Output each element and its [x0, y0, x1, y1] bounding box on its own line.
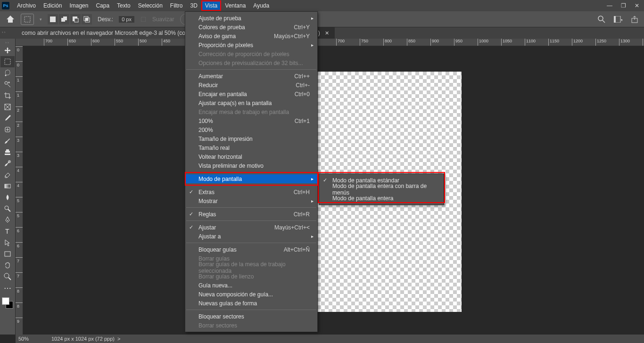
tool-preset-dropdown[interactable] [21, 14, 34, 25]
menu-item: Corrección de proporción de píxeles [185, 49, 317, 58]
eraser-tool[interactable] [0, 169, 15, 180]
zoom-level[interactable]: 50% [18, 336, 51, 342]
minimize-button[interactable]: — [607, 2, 612, 9]
menu-item[interactable]: AjustarMayús+Ctrl+< [185, 223, 317, 232]
status-menu-icon[interactable]: > [117, 336, 120, 342]
menu-item[interactable]: Ajustar a [185, 232, 317, 241]
svg-rect-26 [5, 184, 10, 188]
tab-close-icon[interactable]: ✕ [325, 30, 329, 36]
vertical-ruler: 0011223344556677889 [16, 46, 23, 335]
menu-item[interactable]: Proporción de píxeles [185, 41, 317, 49]
menu-item: Borrar guías de la mesa de trabajo selec… [185, 263, 317, 272]
menu-item[interactable]: Tamaño de impresión [185, 134, 317, 143]
menu-item: Encajar mesa de trabajo en pantalla [185, 107, 317, 116]
clone-stamp-tool[interactable] [0, 147, 15, 158]
quick-selection-tool[interactable] [0, 79, 15, 90]
menu-item[interactable]: Ajustar capa(s) en la pantalla [185, 98, 317, 107]
menu-ventana[interactable]: Ventana [221, 0, 249, 11]
menu-item[interactable]: Mostrar [185, 196, 317, 205]
svg-line-28 [8, 209, 10, 212]
history-brush-tool[interactable] [0, 158, 15, 169]
menu-capa[interactable]: Capa [92, 0, 113, 11]
shape-tool[interactable] [0, 248, 15, 260]
search-icon[interactable] [598, 16, 605, 23]
menu-item[interactable]: AumentarCtrl++ [185, 72, 317, 81]
svg-point-17 [5, 75, 7, 76]
menu-item[interactable]: ReglasCtrl+R [185, 210, 317, 219]
close-window-button[interactable]: ✕ [635, 2, 639, 9]
menu-item[interactable]: Colores de pruebaCtrl+Y [185, 23, 317, 32]
toolbox-handle[interactable]: ›› [0, 41, 15, 45]
hand-tool[interactable] [0, 260, 15, 271]
menu-selección[interactable]: Selección [134, 0, 166, 11]
dodge-tool[interactable] [0, 203, 15, 214]
frame-tool[interactable] [0, 101, 15, 113]
menu-archivo[interactable]: Archivo [13, 0, 40, 11]
eyedropper-tool[interactable] [0, 113, 15, 124]
menu-item[interactable]: Guía nueva... [185, 281, 317, 290]
menu-filtro[interactable]: Filtro [166, 0, 187, 11]
lasso-tool[interactable] [0, 67, 15, 79]
blur-tool[interactable] [0, 192, 15, 203]
menu-texto[interactable]: Texto [113, 0, 134, 11]
color-swatches[interactable] [1, 296, 14, 310]
marquee-tool[interactable] [0, 56, 15, 67]
menu-item: Borrar guías de lienzo [185, 272, 317, 281]
move-tool[interactable] [0, 45, 15, 56]
maximize-button[interactable]: ❐ [621, 2, 626, 9]
menu-item[interactable]: Aviso de gamaMayús+Ctrl+Y [185, 32, 317, 41]
gradient-tool[interactable] [0, 180, 15, 192]
type-tool[interactable]: T [0, 226, 15, 237]
path-selection-tool[interactable] [0, 237, 15, 248]
menu-item[interactable]: Nuevas guías de forma [185, 299, 317, 308]
crop-tool[interactable] [0, 90, 15, 101]
menu-vista[interactable]: Vista [201, 0, 221, 11]
menu-item: Opciones de previsualización de 32 bits.… [185, 58, 317, 67]
menu-item[interactable]: Ajuste de prueba [185, 14, 317, 23]
home-icon[interactable] [6, 15, 15, 24]
brush-tool[interactable] [0, 135, 15, 147]
selection-intersect-icon[interactable] [82, 14, 92, 24]
svg-rect-13 [614, 16, 616, 23]
pen-tool[interactable] [0, 214, 15, 226]
selection-new-icon[interactable] [48, 14, 58, 24]
menu-item[interactable]: Voltear horizontal [185, 152, 317, 161]
edit-toolbar-button[interactable]: ⋯ [0, 282, 15, 294]
submenu-item[interactable]: Modo de pantalla entera con barra de men… [319, 185, 444, 194]
menu-item[interactable]: 100%Ctrl+1 [185, 116, 317, 125]
svg-line-33 [8, 278, 11, 280]
menu-ayuda[interactable]: Ayuda [249, 0, 273, 11]
zoom-tool[interactable] [0, 271, 15, 282]
svg-text:T: T [5, 228, 9, 235]
svg-rect-16 [5, 59, 10, 65]
svg-point-10 [598, 16, 603, 21]
menu-item[interactable]: ExtrasCtrl+H [185, 188, 317, 196]
svg-rect-5 [74, 18, 78, 22]
feather-input[interactable]: 0 px [119, 16, 134, 23]
menu-edición[interactable]: Edición [40, 0, 66, 11]
share-icon[interactable] [631, 16, 638, 23]
menu-item[interactable]: 200% [185, 125, 317, 134]
svg-point-27 [5, 206, 8, 210]
menu-item[interactable]: ReducirCtrl+- [185, 81, 317, 90]
selection-add-icon[interactable] [59, 14, 69, 24]
document-tab[interactable]: como abrir archivos en el navegador Micr… [16, 27, 191, 39]
menu-item[interactable]: Tamaño real [185, 143, 317, 152]
menu-item[interactable]: Bloquear guíasAlt+Ctrl+Ñ [185, 245, 317, 254]
view-menu-dropdown: Ajuste de pruebaColores de pruebaCtrl+YA… [185, 11, 318, 332]
menu-imagen[interactable]: Imagen [66, 0, 92, 11]
healing-brush-tool[interactable] [0, 124, 15, 135]
document-info[interactable]: 1024 px x 1024 px (72 ppp) [51, 336, 115, 342]
menu-item[interactable]: Nueva composición de guía... [185, 290, 317, 299]
menu-3d[interactable]: 3D [186, 0, 201, 11]
svg-text:▾: ▾ [621, 18, 622, 22]
menu-item[interactable]: Encajar en pantallaCtrl+0 [185, 90, 317, 98]
selection-subtract-icon[interactable] [70, 14, 81, 24]
menu-item[interactable]: Bloquear sectores [185, 312, 317, 321]
workspace-switcher-icon[interactable]: ▾ [614, 16, 622, 23]
menu-item[interactable]: Modo de pantalla [185, 174, 317, 183]
menu-item[interactable]: Vista preliminar de motivo [185, 161, 317, 170]
submenu-item[interactable]: Modo de pantalla entera [319, 194, 444, 203]
document-tab-bar: ›› como abrir archivos en el navegador M… [0, 27, 644, 39]
svg-rect-9 [141, 17, 146, 22]
